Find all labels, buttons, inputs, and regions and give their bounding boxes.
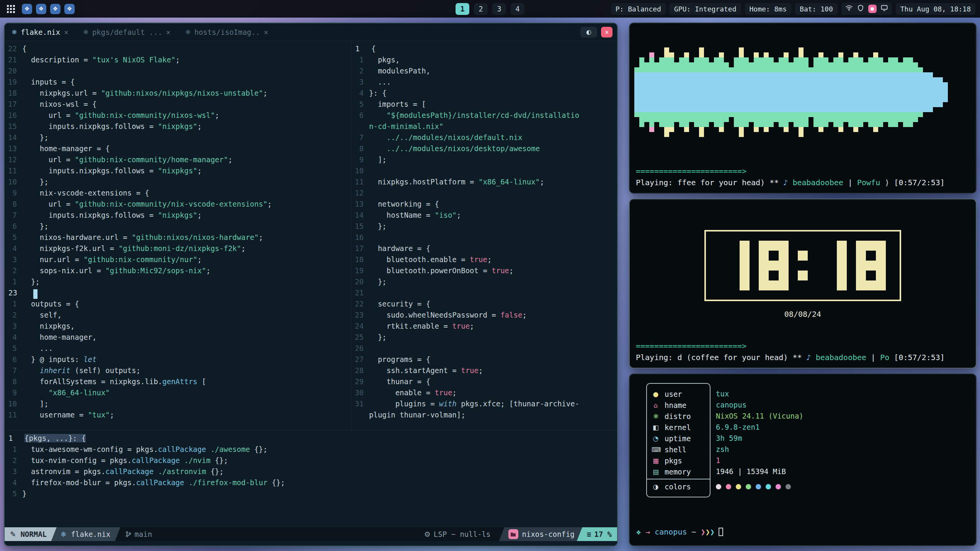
tag-icon[interactable]: ❖ <box>50 4 60 14</box>
code-line[interactable]: plugin thunar-volman]; <box>351 409 618 421</box>
tag-icon[interactable]: ❖ <box>22 4 32 14</box>
code-line[interactable]: 10 }; <box>5 176 351 187</box>
code-line[interactable]: 4}: { <box>351 88 618 99</box>
editor-tab[interactable]: ❄hosts/isoImag..× <box>185 28 268 36</box>
editor-pane-flake[interactable]: 22{21 description = "tux's NixOS Flake";… <box>5 41 351 430</box>
code-line[interactable]: 4 firefox-mod-blur = pkgs.callPackage ./… <box>5 477 618 488</box>
vpn-shield-icon[interactable] <box>857 4 864 13</box>
code-line[interactable]: 15 inputs.nixpkgs.follows = "nixpkgs"; <box>5 121 351 132</box>
command-line[interactable] <box>5 541 618 546</box>
code-line[interactable]: 18 bluetooth.enable = true; <box>351 254 618 265</box>
code-line[interactable]: 11 username = "tux"; <box>5 409 351 421</box>
app-launcher-icon[interactable] <box>5 3 16 15</box>
code-line[interactable]: 3 ... <box>351 77 618 88</box>
tag-icon[interactable]: ❖ <box>64 4 75 14</box>
code-line[interactable]: 4 home-manager, <box>5 332 351 343</box>
code-line[interactable]: 1 }; <box>5 276 351 287</box>
code-line[interactable]: 16 <box>351 232 618 243</box>
editor-pane-pkgs[interactable]: 1{pkgs, ...}: {1 tux-awesome-wm-config =… <box>5 430 618 527</box>
editor-pane-iso[interactable]: 1{1 pkgs,2 modulesPath,3 ...4}: {5 impor… <box>351 41 618 430</box>
code-line[interactable]: 12 <box>351 187 618 199</box>
code-line[interactable]: 7 inputs.nixpkgs.follows = "nixpkgs"; <box>5 210 351 221</box>
code-line[interactable]: 1 tux-awesome-wm-config = pkgs.callPacka… <box>5 444 618 455</box>
code-line[interactable]: 1 pkgs, <box>351 54 618 65</box>
code-line[interactable]: 19 bluetooth.powerOnBoot = true; <box>351 265 618 276</box>
recorder-icon[interactable] <box>868 5 877 13</box>
code-line[interactable]: 9 ]; <box>351 154 618 165</box>
code-line[interactable]: 1{pkgs, ...}: { <box>5 433 618 444</box>
code-line[interactable]: 16 url = "github:nix-community/nixos-wsl… <box>5 110 351 121</box>
code-line[interactable]: 11 inputs.nixpkgs.follows = "nixpkgs"; <box>5 165 351 176</box>
code-line[interactable]: 3 nixpkgs, <box>5 321 351 332</box>
code-line[interactable]: 20 }; <box>351 276 618 287</box>
code-line[interactable]: 23 sudo.wheelNeedsPassword = false; <box>351 310 618 321</box>
window-close-button[interactable]: × <box>601 27 612 37</box>
display-icon[interactable] <box>880 4 888 13</box>
code-line[interactable]: 24 rtkit.enable = true; <box>351 321 618 332</box>
code-line[interactable]: 9 "x86_64-linux" <box>5 387 351 398</box>
code-line[interactable]: 6 }; <box>5 221 351 232</box>
code-line[interactable]: 5} <box>5 488 618 499</box>
editor-window[interactable]: ❄flake.nix×❄pkgs/default ...×❄hosts/isoI… <box>4 23 618 546</box>
code-line[interactable]: 1 outputs = { <box>5 298 351 310</box>
tab-close-icon[interactable]: × <box>264 28 268 36</box>
code-line[interactable]: 22 security = { <box>351 298 618 310</box>
code-line[interactable]: 17 hardware = { <box>351 243 618 254</box>
code-line[interactable]: 5 imports = [ <box>351 99 618 110</box>
tab-close-icon[interactable]: × <box>166 28 170 36</box>
tag-icon[interactable]: ❖ <box>36 4 46 14</box>
code-line[interactable]: 19 inputs = { <box>5 77 351 88</box>
code-line[interactable]: 26 <box>351 343 618 354</box>
code-line[interactable]: 21 description = "tux's NixOS Flake"; <box>5 54 351 65</box>
code-line[interactable]: 10 <box>351 165 618 176</box>
clock-terminal[interactable]: 08/08/24 =======================> Playin… <box>629 199 977 368</box>
code-line[interactable]: 10 ]; <box>5 398 351 409</box>
code-line[interactable]: 29 thunar = { <box>351 376 618 387</box>
code-line[interactable]: 20 <box>5 65 351 77</box>
code-line[interactable]: 21 <box>351 287 618 298</box>
workspace-button-3[interactable]: 3 <box>492 3 506 15</box>
editor-tab[interactable]: ❄flake.nix× <box>11 28 69 36</box>
code-line[interactable]: 2 sops-nix.url = "github:Mic92/sops-nix"… <box>5 265 351 276</box>
editor-tab[interactable]: ❄pkgs/default ...× <box>83 28 171 36</box>
code-line[interactable]: 30 enable = true; <box>351 387 618 398</box>
code-line[interactable]: 27 programs = { <box>351 354 618 365</box>
tab-close-icon[interactable]: × <box>64 28 68 36</box>
code-line[interactable]: 31 plugins = with pkgs.xfce; [thunar-arc… <box>351 398 618 409</box>
code-line[interactable]: 3 nur.url = "github:nix-community/nur"; <box>5 254 351 265</box>
code-line[interactable]: 12 url = "github:nix-community/home-mana… <box>5 154 351 165</box>
visualizer-terminal[interactable]: =======================> Playing: ffee f… <box>629 23 977 194</box>
code-line[interactable]: 4 nixpkgs-f2k.url = "github:moni-dz/nixp… <box>5 243 351 254</box>
code-line[interactable]: 13 networking = { <box>351 199 618 210</box>
code-line[interactable]: 7 inherit (self) outputs; <box>5 365 351 376</box>
shell-prompt[interactable]: ❖ → canopus ~ ❯❯❯ <box>636 527 723 536</box>
code-line[interactable]: 22{ <box>5 43 351 54</box>
code-line[interactable]: 2 tux-nvim-config = pkgs.callPackage ./n… <box>5 455 618 466</box>
code-line[interactable]: 8 forAllSystems = nixpkgs.lib.genAttrs [ <box>5 376 351 387</box>
code-line[interactable]: 8 ../../modules/nixos/desktop/awesome <box>351 143 618 154</box>
git-branch[interactable]: main <box>120 527 157 541</box>
code-line[interactable]: 5 nixos-hardware.url = "github:nixos/nix… <box>5 232 351 243</box>
code-line[interactable]: 14 hostName = "iso"; <box>351 210 618 221</box>
view-toggle-button[interactable]: ◐ <box>580 27 597 37</box>
code-line[interactable]: 23 <box>5 287 351 298</box>
code-line[interactable]: 5 ... <box>5 343 351 354</box>
code-line[interactable]: 7 ../../modules/nixos/default.nix <box>351 132 618 143</box>
code-line[interactable]: 25 }; <box>351 332 618 343</box>
project-segment[interactable]: nixos-config <box>499 527 581 541</box>
code-line[interactable]: 18 nixpkgs.url = "github:nixos/nixpkgs/n… <box>5 88 351 99</box>
code-line[interactable]: 13 home-manager = { <box>5 143 351 154</box>
workspace-button-2[interactable]: 2 <box>474 3 488 15</box>
wifi-icon[interactable] <box>845 4 853 13</box>
code-line[interactable]: 2 self, <box>5 310 351 321</box>
fetch-terminal[interactable]: ●user⌂hname❄distro◧kernel◔uptime⌨shell▦p… <box>629 373 977 546</box>
code-line[interactable]: 17 nixos-wsl = { <box>5 99 351 110</box>
code-line[interactable]: n-cd-minimal.nix" <box>351 121 618 132</box>
code-line[interactable]: 9 nix-vscode-extensions = { <box>5 187 351 199</box>
code-line[interactable]: 14 }; <box>5 132 351 143</box>
code-line[interactable]: 28 ssh.startAgent = true; <box>351 365 618 376</box>
code-line[interactable]: 8 url = "github:nix-community/nix-vscode… <box>5 199 351 210</box>
code-line[interactable]: 6 } @ inputs: let <box>5 354 351 365</box>
workspace-button-4[interactable]: 4 <box>511 3 524 15</box>
workspace-button-1[interactable]: 1 <box>456 3 469 15</box>
